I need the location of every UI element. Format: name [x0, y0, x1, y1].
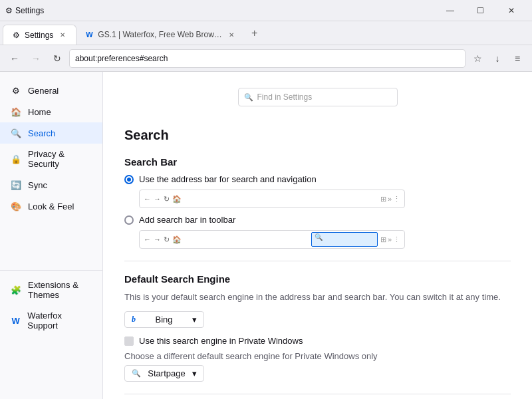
sidebar-item-sync[interactable]: 🔄 Sync — [0, 174, 102, 196]
mock-overflow-icon: ⋮ — [393, 195, 400, 203]
mock-url-input — [184, 192, 378, 206]
sidebar-item-extensions-label: Extensions & Themes — [28, 280, 92, 300]
search-bar-title: Search Bar — [124, 156, 511, 168]
settings-tab-label: Settings — [25, 31, 53, 40]
mock-back-icon: ← — [144, 195, 151, 203]
private-engine-checkbox[interactable] — [124, 336, 134, 346]
radio-toolbar-label: Add search bar in toolbar — [139, 215, 235, 225]
close-button[interactable]: ✕ — [496, 0, 527, 21]
mock-home-icon: 🏠 — [172, 195, 182, 203]
menu-button[interactable]: ≡ — [508, 49, 527, 68]
nav-right-actions: ☆ ↓ ≡ — [468, 49, 527, 68]
mock-home-icon-2: 🏠 — [172, 235, 182, 244]
sidebar-item-extensions[interactable]: 🧩 Extensions & Themes — [0, 275, 102, 305]
engine-dropdown[interactable]: b Bing ▾ — [124, 311, 204, 328]
gs1-tab-close[interactable]: ✕ — [226, 29, 237, 40]
radio-address-bar[interactable] — [124, 175, 134, 184]
mock-expand-icon-2: ⊞ — [380, 235, 386, 244]
sidebar-item-privacy-label: Privacy & Security — [28, 149, 92, 169]
private-engine-checkbox-label: Use this search engine in Private Window… — [139, 336, 303, 346]
sidebar-item-support[interactable]: W Waterfox Support — [0, 305, 102, 336]
mock-bar-actions: ⊞ » ⋮ — [380, 195, 400, 203]
address-bar-preview-1: ← → ↻ 🏠 ⊞ » ⋮ — [139, 190, 405, 208]
window-icon: ⚙ — [5, 6, 13, 15]
gs1-tab-label: GS.1 | Waterfox, Free Web Brow… — [98, 30, 222, 39]
search-option-toolbar[interactable]: Add search bar in toolbar — [124, 215, 511, 225]
minimize-button[interactable]: — — [435, 0, 466, 21]
gs1-tab-icon: W — [84, 30, 94, 39]
find-in-settings-bar[interactable]: 🔍 Find in Settings — [238, 88, 398, 106]
look-icon: 🎨 — [11, 201, 21, 211]
private-engine-chevron: ▾ — [192, 368, 197, 378]
sidebar-item-look[interactable]: 🎨 Look & Feel — [0, 196, 102, 217]
radio-toolbar[interactable] — [124, 215, 134, 225]
window-controls: — ☐ ✕ — [435, 0, 527, 21]
sidebar-item-sync-label: Sync — [28, 180, 47, 190]
sync-icon: 🔄 — [11, 180, 21, 190]
private-engine-dropdown[interactable]: 🔍 Startpage ▾ — [124, 365, 204, 382]
sidebar-item-general-label: General — [28, 86, 59, 96]
find-search-icon: 🔍 — [244, 93, 253, 102]
mock-forward-icon-2: → — [154, 235, 161, 243]
private-engine-label: Choose a different default search engine… — [124, 351, 511, 361]
tab-gs1[interactable]: W GS.1 | Waterfox, Free Web Brow… ✕ — [76, 25, 245, 45]
downloads-button[interactable]: ↓ — [488, 49, 507, 68]
private-engine-name: Startpage — [148, 368, 185, 378]
page-title: Search — [124, 128, 511, 143]
mock-chevron-icon: » — [388, 195, 392, 203]
privacy-icon: 🔒 — [11, 154, 21, 164]
maximize-button[interactable]: ☐ — [466, 0, 496, 21]
default-engine-desc: This is your default search engine in th… — [124, 291, 511, 303]
sidebar-item-privacy[interactable]: 🔒 Privacy & Security — [0, 144, 102, 174]
extensions-icon: 🧩 — [11, 285, 21, 295]
sidebar-item-search-label: Search — [28, 128, 55, 138]
support-icon: W — [11, 315, 21, 326]
search-nav-icon: 🔍 — [11, 128, 21, 138]
mock-expand-icon: ⊞ — [380, 195, 386, 203]
mock-bar-actions-2: ⊞ » ⋮ — [380, 235, 400, 244]
home-icon: 🏠 — [11, 106, 21, 117]
settings-tab-icon: ⚙ — [11, 31, 21, 40]
mock-chevron-icon-2: » — [388, 235, 392, 243]
mock-url-input-2 — [184, 232, 309, 247]
divider-1 — [124, 261, 511, 261]
main-layout: ⚙ General 🏠 Home 🔍 Search 🔒 Privacy & Se… — [0, 72, 532, 399]
mock-reload-icon: ↻ — [164, 195, 170, 203]
title-bar: ⚙ Settings — ☐ ✕ — [0, 0, 532, 21]
sidebar: ⚙ General 🏠 Home 🔍 Search 🔒 Privacy & Se… — [0, 72, 103, 399]
search-option-address-bar[interactable]: Use the address bar for search and navig… — [124, 174, 511, 184]
sidebar-item-home-label: Home — [28, 107, 51, 117]
radio-address-bar-label: Use the address bar for search and navig… — [139, 174, 317, 184]
engine-name: Bing — [155, 315, 172, 325]
tab-bar: ⚙ Settings ✕ W GS.1 | Waterfox, Free Web… — [0, 21, 532, 45]
general-icon: ⚙ — [11, 85, 21, 96]
url-text: about:preferences#search — [75, 54, 460, 63]
bookmark-button[interactable]: ☆ — [468, 49, 487, 68]
sidebar-item-home[interactable]: 🏠 Home — [0, 101, 102, 122]
forward-button[interactable]: → — [27, 49, 45, 68]
private-engine-checkbox-item[interactable]: Use this search engine in Private Window… — [124, 336, 511, 346]
engine-dropdown-chevron: ▾ — [192, 315, 197, 325]
url-bar[interactable]: about:preferences#search — [69, 49, 466, 68]
startpage-icon: 🔍 — [132, 369, 141, 378]
search-bar-section: Search Bar Use the address bar for searc… — [124, 156, 511, 249]
new-tab-button[interactable]: + — [246, 25, 263, 42]
find-placeholder-text: Find in Settings — [257, 92, 313, 102]
mock-forward-icon: → — [154, 195, 161, 203]
bing-icon: b — [132, 315, 136, 325]
mock-back-icon-2: ← — [144, 235, 151, 243]
default-engine-section: Default Search Engine This is your defau… — [124, 273, 511, 382]
sidebar-item-support-label: Waterfox Support — [27, 311, 92, 331]
mock-search-input-active: 🔍 — [311, 232, 378, 247]
sidebar-item-general[interactable]: ⚙ General — [0, 80, 102, 101]
divider-2 — [124, 394, 511, 394]
settings-tab-close[interactable]: ✕ — [57, 30, 68, 41]
nav-bar: ← → ↻ about:preferences#search ☆ ↓ ≡ — [0, 45, 532, 72]
address-bar-preview-2: ← → ↻ 🏠 🔍 ⊞ » ⋮ — [139, 230, 405, 249]
window-title: Settings — [15, 6, 44, 15]
sidebar-item-search[interactable]: 🔍 Search — [0, 122, 102, 144]
mock-overflow-icon-2: ⋮ — [393, 235, 400, 244]
tab-settings[interactable]: ⚙ Settings ✕ — [3, 25, 76, 45]
back-button[interactable]: ← — [5, 49, 24, 68]
reload-button[interactable]: ↻ — [48, 49, 66, 68]
